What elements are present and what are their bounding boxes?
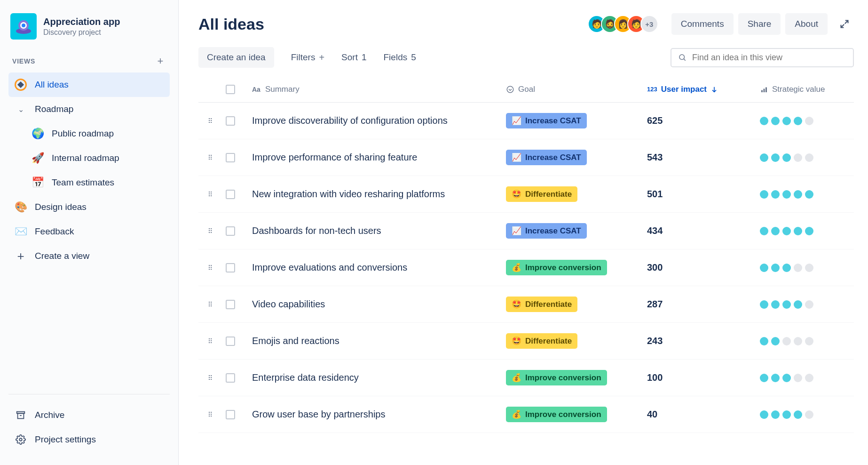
divider [8, 394, 170, 394]
project-header[interactable]: Appreciation app Discovery project [8, 13, 170, 40]
rating-dot [805, 337, 813, 345]
drag-handle-icon[interactable]: ⠿ [198, 337, 226, 345]
column-user-impact[interactable]: 123 User impact [647, 85, 760, 94]
goal-tag[interactable]: 📈Increase CSAT [506, 150, 587, 165]
impact-value: 501 [647, 189, 663, 200]
drag-handle-icon[interactable]: ⠿ [198, 191, 226, 198]
rating-dot [782, 117, 791, 125]
search-input[interactable] [692, 53, 846, 63]
rating-dot [760, 153, 768, 162]
rating-dot [782, 153, 791, 162]
sidebar-item-settings[interactable]: Project settings [8, 427, 170, 452]
header: All ideas 🧑 🧔 👩 🧑 +3 Comments Share Abou… [198, 13, 854, 35]
table-row[interactable]: ⠿ Grow user base by partnerships 💰Improv… [198, 396, 854, 433]
sidebar-item-label: Design ideas [35, 202, 87, 212]
rating-dot [805, 153, 813, 162]
drag-handle-icon[interactable]: ⠿ [198, 411, 226, 418]
goal-tag[interactable]: 💰Improve conversion [506, 407, 607, 422]
table-row[interactable]: ⠿ Video capabilities 🤩Differentiate 287 [198, 286, 854, 323]
sidebar-item-design-ideas[interactable]: 🎨 Design ideas [8, 195, 170, 219]
drag-handle-icon[interactable]: ⠿ [198, 301, 226, 308]
goal-tag[interactable]: 🤩Differentiate [506, 297, 577, 312]
sidebar-item-feedback[interactable]: ✉️ Feedback [8, 219, 170, 244]
row-checkbox[interactable] [226, 410, 235, 419]
goal-label: Differentiate [525, 337, 572, 346]
row-checkbox[interactable] [226, 190, 235, 199]
sidebar-item-archive[interactable]: Archive [8, 403, 170, 427]
goal-emoji-icon: 📈 [512, 116, 521, 126]
sidebar-item-internal-roadmap[interactable]: 🚀 Internal roadmap [8, 146, 170, 170]
rating-dot [771, 227, 780, 235]
row-checkbox[interactable] [226, 263, 235, 273]
drag-handle-icon[interactable]: ⠿ [198, 227, 226, 235]
rating-dot [760, 117, 768, 125]
goal-tag[interactable]: 📈Increase CSAT [506, 223, 587, 239]
goal-label: Increase CSAT [525, 153, 581, 162]
sidebar-item-all-ideas[interactable]: All ideas [8, 72, 170, 97]
drag-handle-icon[interactable]: ⠿ [198, 264, 226, 272]
about-button[interactable]: About [785, 13, 828, 35]
select-all-checkbox[interactable] [226, 85, 235, 94]
table-row[interactable]: ⠿ Enterprise data residency 💰Improve con… [198, 360, 854, 396]
sidebar-item-label: Create a view [35, 251, 89, 261]
create-idea-button[interactable]: Create an idea [198, 47, 274, 68]
drag-handle-icon[interactable]: ⠿ [198, 374, 226, 382]
goal-tag[interactable]: 🤩Differentiate [506, 333, 577, 349]
table-header: Aa Summary Goal 123 User impact Strategi… [198, 76, 854, 103]
rating-dot [782, 374, 791, 382]
table-row[interactable]: ⠿ Improve discoverability of configurati… [198, 103, 854, 139]
search-input-wrapper[interactable] [671, 48, 854, 67]
goal-tag[interactable]: 🤩Differentiate [506, 186, 577, 202]
goal-emoji-icon: 🤩 [512, 299, 521, 309]
goal-tag[interactable]: 📈Increase CSAT [506, 113, 587, 128]
rating-dot [794, 374, 802, 382]
row-checkbox[interactable] [226, 337, 235, 346]
share-button[interactable]: Share [738, 13, 781, 35]
rating-dot [794, 190, 802, 199]
rocket-icon: 🚀 [31, 152, 44, 165]
table-row[interactable]: ⠿ Improve performance of sharing feature… [198, 139, 854, 176]
goal-tag[interactable]: 💰Improve conversion [506, 260, 607, 275]
bars-icon [760, 85, 768, 94]
row-checkbox[interactable] [226, 226, 235, 236]
sidebar-item-label: Project settings [35, 434, 96, 445]
row-checkbox[interactable] [226, 116, 235, 126]
expand-icon[interactable] [835, 15, 854, 33]
strategic-rating [760, 264, 813, 272]
row-checkbox[interactable] [226, 373, 235, 383]
row-summary: Improve discoverability of configuration… [252, 115, 448, 126]
goal-emoji-icon: 🤩 [512, 336, 521, 346]
goal-tag[interactable]: 💰Improve conversion [506, 370, 607, 385]
row-checkbox[interactable] [226, 153, 235, 162]
sidebar-item-public-roadmap[interactable]: 🌍 Public roadmap [8, 121, 170, 146]
goal-label: Increase CSAT [525, 226, 581, 236]
strategic-rating [760, 337, 813, 345]
avatar-stack[interactable]: 🧑 🧔 👩 🧑 +3 [592, 15, 658, 33]
table-row[interactable]: ⠿ Dashboards for non-tech users 📈Increas… [198, 213, 854, 249]
column-summary[interactable]: Aa Summary [252, 85, 506, 94]
rating-dot [805, 190, 813, 199]
avatar-more[interactable]: +3 [640, 15, 658, 33]
table-row[interactable]: ⠿ New integration with video resharing p… [198, 176, 854, 213]
sidebar-item-roadmap[interactable]: ⌄ Roadmap [8, 97, 170, 121]
plus-icon: + [319, 52, 324, 63]
sort-desc-icon [710, 86, 718, 93]
sidebar-item-team-estimates[interactable]: 📅 Team estimates [8, 170, 170, 195]
comments-button[interactable]: Comments [671, 13, 734, 35]
row-summary: New integration with video resharing pla… [252, 189, 445, 200]
column-strategic-value[interactable]: Strategic value [760, 85, 854, 94]
table-row[interactable]: ⠿ Improve evaluations and conversions 💰I… [198, 249, 854, 286]
row-checkbox[interactable] [226, 300, 235, 309]
table-row[interactable]: ⠿ Emojis and reactions 🤩Differentiate 24… [198, 323, 854, 360]
sort-button[interactable]: Sort 1 [341, 52, 366, 63]
sidebar-item-create-view[interactable]: + Create a view [8, 244, 170, 268]
filters-button[interactable]: Filters + [291, 52, 324, 63]
svg-line-9 [684, 59, 685, 60]
sidebar-item-label: Public roadmap [52, 128, 114, 139]
rating-dot [805, 410, 813, 419]
drag-handle-icon[interactable]: ⠿ [198, 117, 226, 125]
drag-handle-icon[interactable]: ⠿ [198, 154, 226, 161]
add-view-icon[interactable]: + [155, 56, 166, 67]
column-goal[interactable]: Goal [506, 85, 647, 94]
fields-button[interactable]: Fields 5 [384, 52, 416, 63]
